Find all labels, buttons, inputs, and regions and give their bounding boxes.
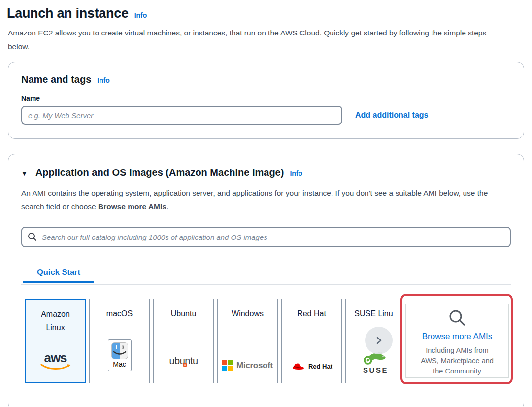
microsoft-squares-icon (222, 360, 233, 371)
ami-search-input[interactable] (21, 227, 511, 247)
ami-tabs: Quick Start (21, 263, 511, 285)
magnifier-icon (447, 308, 467, 329)
os-card-label: macOS (101, 307, 137, 320)
name-field-label: Name (21, 94, 511, 102)
mac-logo-caption: Mac (113, 360, 126, 368)
collapse-caret-icon[interactable]: ▼ (21, 170, 28, 177)
os-card-label: Red Hat (292, 307, 331, 320)
ami-section-description: An AMI contains the operating system, ap… (21, 186, 497, 214)
mac-finder-logo-icon: Mac (108, 339, 132, 371)
ami-section-info-link[interactable]: Info (290, 170, 302, 177)
os-card-macos[interactable]: macOS (89, 299, 150, 383)
redhat-logo-text: Red Hat (308, 363, 332, 370)
carousel-next-button[interactable] (365, 327, 393, 354)
ami-search (21, 227, 511, 247)
microsoft-logo-icon: Microsoft (222, 360, 273, 371)
os-card-label: Amazon Linux (26, 307, 85, 334)
ubuntu-logo-icon: ubuntu (169, 355, 198, 371)
ami-cards-carousel: Amazon Linux aws macOS (25, 299, 393, 384)
page-info-link[interactable]: Info (134, 11, 147, 19)
redhat-fedora-icon (291, 361, 305, 371)
name-and-tags-info-link[interactable]: Info (97, 76, 110, 84)
ami-section: ▼ Application and OS Images (Amazon Mach… (8, 154, 524, 407)
add-additional-tags-link[interactable]: Add additional tags (355, 111, 428, 120)
ami-section-title: Application and OS Images (Amazon Machin… (35, 167, 284, 178)
browse-subtitle-line: Including AMIs from (421, 345, 494, 356)
name-and-tags-title: Name and tags (21, 74, 91, 85)
search-icon (28, 232, 37, 243)
chevron-right-icon (375, 336, 382, 345)
os-card-red-hat[interactable]: Red Hat Red Hat (281, 299, 342, 383)
instance-name-input[interactable] (21, 106, 342, 125)
ami-cards-row: Amazon Linux aws macOS (25, 299, 511, 390)
page-header: Launch an instance Info (7, 6, 524, 21)
ami-desc-bold: Browse more AMIs (98, 203, 166, 211)
os-card-label: SUSE Linux (354, 307, 393, 320)
suse-logo-text: SUSE (363, 366, 388, 374)
page-description: Amazon EC2 allows you to create virtual … (8, 26, 496, 54)
ami-desc-text: An AMI contains the operating system, ap… (21, 189, 488, 211)
name-and-tags-section: Name and tags Info Name Add additional t… (8, 62, 524, 139)
browse-subtitle-line: the Community (421, 366, 494, 376)
os-card-amazon-linux[interactable]: Amazon Linux aws (25, 299, 86, 383)
browse-more-amis-card[interactable]: Browse more AMIs Including AMIs from AWS… (405, 304, 509, 378)
ubuntu-circle-of-friends-icon (183, 363, 187, 367)
aws-logo-text: aws (44, 352, 66, 363)
launch-instance-page: Launch an instance Info Amazon EC2 allow… (0, 0, 532, 407)
microsoft-logo-text: Microsoft (236, 361, 273, 371)
ami-desc-period: . (166, 203, 168, 211)
browse-subtitle-line: AWS, Marketplace and (421, 356, 494, 366)
browse-more-amis-link[interactable]: Browse more AMIs (422, 332, 493, 341)
aws-logo-icon: aws (40, 352, 71, 371)
tab-quick-start[interactable]: Quick Start (23, 265, 94, 283)
browse-card-subtitle: Including AMIs from AWS, Marketplace and… (421, 345, 494, 376)
os-card-ubuntu[interactable]: Ubuntu ubuntu (153, 299, 214, 383)
os-card-windows[interactable]: Windows Microsoft (217, 299, 278, 383)
page-title: Launch an instance (7, 6, 129, 21)
os-card-label: Windows (227, 307, 268, 320)
os-card-label: Ubuntu (166, 307, 201, 320)
redhat-logo-icon: Red Hat (291, 361, 332, 371)
